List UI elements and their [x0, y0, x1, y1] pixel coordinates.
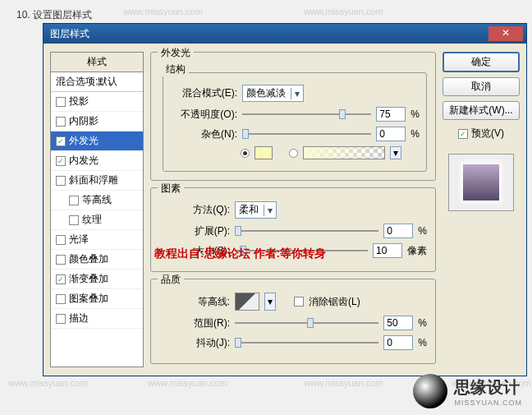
style-checkbox[interactable]	[56, 314, 66, 324]
styles-list: 样式 混合选项:默认 投影内阴影外发光内发光斜面和浮雕等高线纹理光泽颜色叠加渐变…	[50, 52, 144, 367]
preview-checkbox[interactable]	[458, 129, 468, 139]
cancel-button[interactable]: 取消	[443, 77, 520, 96]
jitter-slider[interactable]	[235, 336, 378, 349]
style-checkbox[interactable]	[56, 294, 66, 304]
px-unit: 像素	[407, 244, 427, 258]
noise-slider[interactable]	[242, 127, 371, 141]
style-item-2[interactable]: 外发光	[51, 131, 143, 151]
technique-label: 方法(Q):	[163, 203, 230, 217]
ok-button[interactable]: 确定	[443, 52, 520, 72]
layer-style-dialog: 图层样式 ✕ 样式 混合选项:默认 投影内阴影外发光内发光斜面和浮雕等高线纹理光…	[43, 23, 527, 376]
preview-box	[448, 154, 514, 211]
chevron-down-icon[interactable]: ▾	[264, 293, 276, 311]
style-checkbox[interactable]	[56, 235, 66, 245]
style-checkbox[interactable]	[56, 274, 66, 284]
style-item-1[interactable]: 内阴影	[51, 112, 143, 131]
style-label: 图案叠加	[69, 292, 108, 306]
watermark: www.missyuan.com	[123, 7, 203, 16]
spread-input[interactable]: 0	[383, 224, 413, 238]
elements-label: 图素	[158, 182, 184, 196]
size-input[interactable]: 10	[373, 243, 402, 258]
range-input[interactable]: 50	[383, 316, 413, 330]
style-item-10[interactable]: 图案叠加	[51, 289, 143, 309]
quality-label: 品质	[158, 273, 184, 287]
style-label: 描边	[69, 311, 89, 325]
watermark: www.missyuan.com	[148, 378, 227, 388]
opacity-input[interactable]: 75	[376, 107, 406, 122]
style-item-3[interactable]: 内发光	[51, 151, 143, 171]
spread-label: 扩展(P):	[163, 224, 230, 238]
chevron-down-icon: ▾	[264, 205, 273, 216]
range-label: 范围(R):	[163, 316, 230, 330]
pct-unit: %	[418, 317, 427, 329]
style-label: 内阴影	[69, 114, 99, 128]
pct-unit: %	[410, 128, 420, 140]
antialias-label: 消除锯齿(L)	[309, 295, 360, 309]
style-checkbox[interactable]	[56, 117, 66, 127]
style-item-6[interactable]: 纹理	[51, 210, 143, 230]
gradient-picker[interactable]	[303, 146, 385, 159]
blend-mode-select[interactable]: 颜色减淡 ▾	[242, 85, 304, 102]
credit-text: 教程出自:思缘论坛 作者:等你转身	[154, 247, 326, 261]
style-item-0[interactable]: 投影	[51, 92, 143, 112]
dialog-title: 图层样式	[50, 27, 89, 41]
style-checkbox[interactable]	[56, 176, 66, 186]
style-checkbox[interactable]	[56, 136, 66, 146]
style-label: 等高线	[82, 193, 112, 207]
style-item-5[interactable]: 等高线	[51, 191, 143, 210]
watermark: www.missyuan.com	[304, 7, 383, 16]
jitter-input[interactable]: 0	[383, 335, 413, 350]
antialias-checkbox[interactable]	[294, 297, 304, 307]
color-radio[interactable]	[241, 149, 250, 158]
close-button[interactable]: ✕	[488, 26, 523, 41]
right-panel: 确定 取消 新建样式(W)... 预览(V)	[443, 52, 520, 367]
style-label: 纹理	[82, 213, 102, 227]
blending-options[interactable]: 混合选项:默认	[51, 72, 143, 92]
preview-swatch	[463, 164, 499, 201]
logo-subtext: MISSYUAN.COM	[454, 399, 522, 407]
options-panel: 外发光 结构 混合模式(E): 颜色减淡 ▾ 不透明度(O): 75 %	[150, 52, 436, 367]
noise-input[interactable]: 0	[376, 127, 406, 141]
style-item-9[interactable]: 渐变叠加	[51, 270, 143, 289]
style-item-11[interactable]: 描边	[51, 309, 143, 329]
opacity-slider[interactable]	[242, 108, 371, 121]
style-item-8[interactable]: 颜色叠加	[51, 250, 143, 270]
style-checkbox[interactable]	[69, 215, 79, 225]
site-logo: 思缘设计 MISSYUAN.COM	[413, 374, 522, 408]
style-label: 渐变叠加	[69, 272, 108, 286]
technique-value: 柔和	[239, 203, 259, 217]
style-checkbox[interactable]	[56, 156, 66, 166]
style-item-7[interactable]: 光泽	[51, 230, 143, 250]
outer-glow-label: 外发光	[158, 46, 194, 60]
logo-icon	[413, 374, 447, 408]
structure-label: 结构	[163, 62, 189, 76]
preview-label: 预览(V)	[471, 127, 504, 141]
titlebar[interactable]: 图层样式 ✕	[44, 24, 526, 44]
opacity-label: 不透明度(O):	[170, 108, 237, 122]
new-style-button[interactable]: 新建样式(W)...	[443, 101, 520, 120]
style-checkbox[interactable]	[56, 255, 66, 265]
style-checkbox[interactable]	[56, 97, 66, 107]
pct-unit: %	[418, 225, 427, 237]
style-label: 内发光	[69, 154, 99, 168]
style-item-4[interactable]: 斜面和浮雕	[51, 171, 143, 191]
jitter-label: 抖动(J):	[163, 336, 230, 350]
logo-text: 思缘设计	[454, 378, 520, 396]
noise-label: 杂色(N):	[170, 127, 237, 141]
chevron-down-icon: ▾	[291, 88, 300, 99]
range-slider[interactable]	[235, 316, 378, 330]
style-checkbox[interactable]	[69, 196, 79, 205]
blend-mode-label: 混合模式(E):	[170, 86, 237, 100]
style-label: 外发光	[69, 134, 99, 148]
style-label: 投影	[69, 95, 89, 108]
color-swatch[interactable]	[255, 146, 273, 159]
spread-slider[interactable]	[235, 224, 378, 237]
technique-select[interactable]: 柔和 ▾	[235, 201, 277, 219]
styles-header[interactable]: 样式	[51, 53, 143, 72]
watermark: www.missyuan.com	[304, 378, 383, 388]
contour-picker[interactable]	[235, 293, 259, 311]
contour-label: 等高线:	[163, 295, 230, 309]
chevron-down-icon[interactable]: ▾	[390, 146, 401, 159]
page-caption: 10. 设置图层样式	[16, 8, 92, 22]
gradient-radio[interactable]	[289, 149, 298, 158]
